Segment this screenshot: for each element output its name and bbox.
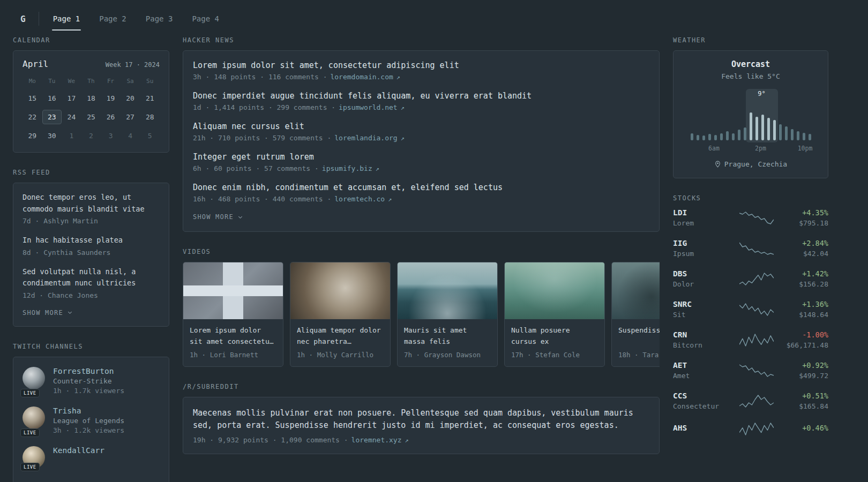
subreddit-widget: /R/SUBREDDIT Maecenas mollis pulvinar er… <box>183 383 660 454</box>
video-meta: 1h · Molly Carrillo <box>297 351 384 359</box>
video-card[interactable]: Aliquam tempor dolor nec pharetra… 1h · … <box>290 262 391 367</box>
hn-show-more-button[interactable]: SHOW MORE <box>193 213 243 221</box>
left-column: CALENDAR April Week 17 · 2024 Mo Tu We <box>13 36 169 482</box>
weather-condition: Overcast <box>682 59 819 69</box>
video-thumbnail[interactable] <box>290 262 390 319</box>
stock-row[interactable]: CRN Bitcorn -1.00% $66,171.48 <box>673 330 828 349</box>
hn-item-title[interactable]: Integer eget rutrum lorem <box>193 152 649 162</box>
channel-viewers: 3h · 1.2k viewers <box>53 426 124 434</box>
subreddit-post-domain[interactable]: loremnet.xyz <box>351 436 402 444</box>
stock-row[interactable]: DBS Dolor +1.42% $156.28 <box>673 269 828 288</box>
stock-row[interactable]: AET Amet +0.92% $499.72 <box>673 361 828 380</box>
app-logo[interactable]: G <box>13 5 39 32</box>
stock-ticker: AET <box>673 361 734 370</box>
weather-bar <box>773 120 776 140</box>
calendar-day: 26 <box>101 110 121 124</box>
twitch-channel[interactable]: LIVE KendallCarr <box>23 446 160 469</box>
calendar-day: 29 <box>23 129 42 143</box>
stock-change: +2.84% <box>779 239 828 247</box>
video-thumbnail[interactable] <box>398 262 497 319</box>
external-link-icon: ↗ <box>405 436 409 444</box>
avatar-wrapper: LIVE <box>23 446 45 469</box>
video-card[interactable]: Nullam posuere cursus ex 17h · Stefan Co… <box>504 262 605 367</box>
rss-item[interactable]: Donec tempor eros leo, ut commodo mauris… <box>23 192 160 225</box>
video-card[interactable]: Suspendisse diam 18h · Tara <box>611 262 660 367</box>
stock-row[interactable]: IIG Ipsum +2.84% $42.04 <box>673 239 828 258</box>
rss-item-title[interactable]: Donec tempor eros leo, ut commodo mauris… <box>23 192 160 215</box>
video-thumbnail[interactable] <box>612 262 660 319</box>
video-title[interactable]: Nullam posuere cursus ex <box>511 325 598 348</box>
weather-location-label: Prague, Czechia <box>724 160 787 168</box>
stock-row[interactable]: CCS Consectetur +0.51% $165.84 <box>673 391 828 410</box>
twitch-channel[interactable]: LIVE ForrestBurton Counter-Strike 1h · 1… <box>23 367 160 395</box>
hn-item-title[interactable]: Donec enim nibh, condimentum et accumsan… <box>193 183 649 192</box>
calendar-day: 4 <box>121 129 140 143</box>
stock-price: $499.72 <box>779 372 828 380</box>
rss-item-title[interactable]: Sed volutpat nulla nisl, a condimentum n… <box>23 266 160 289</box>
stock-price: $165.84 <box>779 402 828 410</box>
calendar-weekday-label: Sa <box>121 78 140 85</box>
channel-viewers: 1h · 1.7k viewers <box>53 387 124 395</box>
stock-values: +0.51% $165.84 <box>779 391 828 410</box>
twitch-channel[interactable]: LIVE Trisha League of Legends 3h · 1.2k … <box>23 406 160 434</box>
weather-bar <box>702 135 705 140</box>
stock-ticker: CRN <box>673 330 734 339</box>
hn-item-title[interactable]: Lorem ipsum dolor sit amet, consectetur … <box>193 61 649 70</box>
hn-item-domain[interactable]: loremtech.co <box>334 195 385 203</box>
channel-name[interactable]: ForrestBurton <box>53 367 124 375</box>
stock-sparkline <box>739 272 774 286</box>
page-tab[interactable]: Page 2 <box>98 5 128 32</box>
video-title[interactable]: Aliquam tempor dolor nec pharetra… <box>297 325 384 348</box>
weather-widget: WEATHER Overcast Feels like 5°C 9° <box>673 36 828 178</box>
weather-bar <box>750 112 752 140</box>
calendar-month: April <box>23 59 48 69</box>
stock-row[interactable]: LDI Lorem +4.35% $795.18 <box>673 208 828 227</box>
stock-values: +2.84% $42.04 <box>779 239 828 258</box>
video-title[interactable]: Suspendisse diam <box>618 325 660 348</box>
stock-name: Bitcorn <box>673 341 734 349</box>
calendar-day: 24 <box>62 110 81 124</box>
channel-name[interactable]: Trisha <box>53 406 124 415</box>
subreddit-post-title[interactable]: Maecenas mollis pulvinar erat non posuer… <box>193 407 649 431</box>
calendar-day: 5 <box>140 129 160 143</box>
stock-row[interactable]: AHS +0.46% <box>673 422 828 436</box>
stock-ticker: CCS <box>673 391 734 400</box>
channel-game: Counter-Strike <box>53 377 124 385</box>
rss-item[interactable]: Sed volutpat nulla nisl, a condimentum n… <box>23 266 160 299</box>
page-tab[interactable]: Page 1 <box>52 5 81 32</box>
dashboard-page: G Page 1 Page 2 Page 3 Page 4 CALENDAR A… <box>0 0 868 482</box>
video-title[interactable]: Mauris sit amet massa felis <box>404 325 491 348</box>
video-thumbnail[interactable] <box>183 262 283 319</box>
weather-section-title: WEATHER <box>673 36 828 44</box>
weather-bar <box>785 126 788 140</box>
video-thumbnail[interactable] <box>505 262 604 319</box>
video-card[interactable]: Mauris sit amet massa felis 7h · Grayson… <box>397 262 498 367</box>
video-meta: 18h · Tara <box>618 351 660 359</box>
stock-name: Lorem <box>673 219 734 227</box>
calendar-day: 25 <box>81 110 101 124</box>
twitch-channel-list: LIVE ForrestBurton Counter-Strike 1h · 1… <box>23 367 160 469</box>
hn-item-domain[interactable]: loremdomain.com <box>330 73 393 81</box>
hn-item-domain[interactable]: loremlandia.org <box>334 134 397 142</box>
video-body: Lorem ipsum dolor sit amet consectetu… 1… <box>183 319 283 366</box>
rss-item-title[interactable]: In hac habitasse platea <box>23 235 160 246</box>
page-tab[interactable]: Page 4 <box>191 5 220 32</box>
rss-item[interactable]: In hac habitasse platea 8d · Cynthia Sau… <box>23 235 160 257</box>
calendar-week-year: Week 17 · 2024 <box>106 61 160 69</box>
hn-item-title[interactable]: Donec imperdiet augue tincidunt felis al… <box>193 91 649 101</box>
hn-item-title[interactable]: Aliquam nec cursus elit <box>193 122 649 131</box>
hn-item-domain[interactable]: ipsumify.biz <box>322 164 372 172</box>
avatar-wrapper: LIVE <box>23 367 45 395</box>
video-card[interactable]: Lorem ipsum dolor sit amet consectetu… 1… <box>183 262 283 367</box>
channel-name[interactable]: KendallCarr <box>53 446 104 455</box>
stock-price: $156.28 <box>779 280 828 288</box>
stock-sparkline <box>739 303 774 317</box>
rss-show-more-button[interactable]: SHOW MORE <box>23 309 73 317</box>
stock-row[interactable]: SNRC Sit +1.36% $148.64 <box>673 300 828 319</box>
video-title[interactable]: Lorem ipsum dolor sit amet consectetu… <box>190 325 276 348</box>
stock-change: +1.42% <box>779 269 828 278</box>
page-tab[interactable]: Page 3 <box>145 5 174 32</box>
dashboard-grid: CALENDAR April Week 17 · 2024 Mo Tu We <box>13 36 828 482</box>
hn-item-domain[interactable]: ipsumworld.net <box>339 103 398 111</box>
weather-bar <box>791 129 794 140</box>
